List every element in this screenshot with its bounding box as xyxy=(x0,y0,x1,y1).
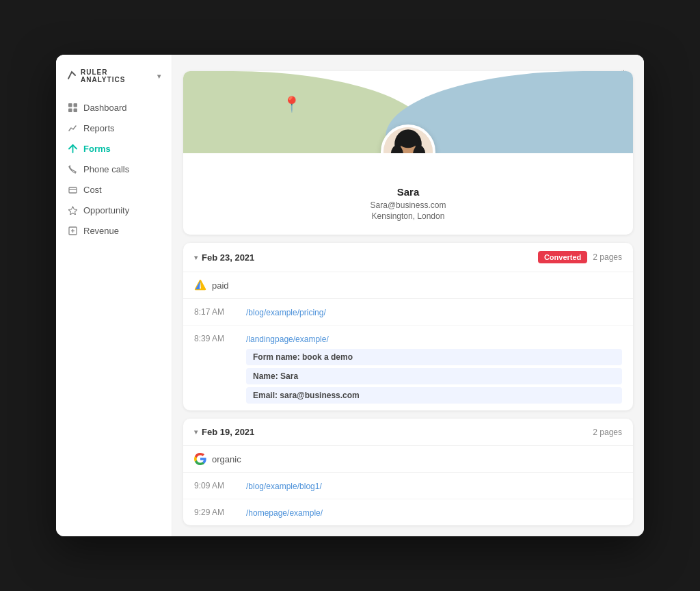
sidebar-item-revenue[interactable]: Revenue xyxy=(56,220,172,241)
session-2-header: ▾ Feb 19, 2021 2 pages xyxy=(183,419,633,446)
row-2-url[interactable]: /landingpage/example/ xyxy=(246,334,329,344)
svg-rect-0 xyxy=(68,103,72,107)
brand-name: RULER ANALYTICS xyxy=(81,68,153,83)
sidebar-label-reports: Reports xyxy=(83,123,115,133)
google-icon xyxy=(194,453,206,465)
row-1-url[interactable]: /blog/example/pricing/ xyxy=(246,308,326,317)
sidebar-item-forms[interactable]: Forms xyxy=(56,138,172,159)
profile-banner: 📍 xyxy=(183,71,633,153)
svg-point-19 xyxy=(397,131,419,148)
row-2-content: /landingpage/example/ Form name: book a … xyxy=(246,332,622,404)
sidebar: RULER ANALYTICS ▾ Dashboard xyxy=(56,55,172,536)
phone-icon xyxy=(67,163,78,174)
converted-badge: Converted xyxy=(538,251,587,263)
session-2-pages: 2 pages xyxy=(593,428,622,437)
session-1-meta: Converted 2 pages xyxy=(538,251,622,263)
form-detail-form-name: Form name: book a demo xyxy=(246,349,622,365)
sidebar-item-opportunity[interactable]: Opportunity xyxy=(56,200,172,220)
main-content: ⚙ 📍 xyxy=(172,55,644,536)
session-2-row-2-url[interactable]: /homepage/example/ xyxy=(246,508,323,518)
profile-email: Sara@business.com xyxy=(194,200,622,210)
row-2-time: 8:39 AM xyxy=(194,332,235,343)
location-pin-icon: 📍 xyxy=(282,96,301,114)
dashboard-icon xyxy=(67,102,78,113)
chevron-down-icon-2[interactable]: ▾ xyxy=(194,428,198,436)
profile-info: Sara Sara@business.com Kensington, Londo… xyxy=(183,153,633,235)
sidebar-label-revenue: Revenue xyxy=(83,226,119,236)
sidebar-item-dashboard[interactable]: Dashboard xyxy=(56,97,172,118)
session-2-date: ▾ Feb 19, 2021 xyxy=(194,427,254,437)
avatar-image xyxy=(383,127,433,153)
session-2-meta: 2 pages xyxy=(593,428,622,437)
session-2-row-1-url[interactable]: /blog/example/blog1/ xyxy=(246,482,322,491)
brand-chevron-icon: ▾ xyxy=(157,73,161,80)
form-details: Form name: book a demo Name: Sara Email:… xyxy=(246,349,622,404)
session-2-row-1-content: /blog/example/blog1/ xyxy=(246,480,622,492)
sidebar-item-cost[interactable]: Cost xyxy=(56,179,172,200)
profile-card: 📍 xyxy=(183,71,633,235)
session-1-row-2: 8:39 AM /landingpage/example/ Form name:… xyxy=(183,326,633,410)
row-1-time: 8:17 AM xyxy=(194,306,235,317)
svg-marker-7 xyxy=(68,207,77,215)
session-1-header: ▾ Feb 23, 2021 Converted 2 pages xyxy=(183,243,633,272)
ads-icon xyxy=(194,279,206,291)
sidebar-label-cost: Cost xyxy=(83,185,102,195)
session-1-source-label: paid xyxy=(212,280,229,291)
profile-name: Sara xyxy=(194,186,622,198)
svg-rect-2 xyxy=(68,108,72,112)
brand-logo[interactable]: RULER ANALYTICS ▾ xyxy=(56,68,172,97)
chevron-down-icon[interactable]: ▾ xyxy=(194,254,198,261)
form-detail-email: Email: sara@business.com xyxy=(246,387,622,404)
session-2-row-2: 9:29 AM /homepage/example/ xyxy=(183,499,633,525)
session-card-2: ▾ Feb 19, 2021 2 pages xyxy=(183,419,633,525)
session-2-row-1: 9:09 AM /blog/example/blog1/ xyxy=(183,473,633,499)
app-window: RULER ANALYTICS ▾ Dashboard xyxy=(56,55,644,536)
reports-icon xyxy=(67,122,78,133)
content-area: 📍 xyxy=(172,55,644,536)
svg-rect-3 xyxy=(73,108,77,112)
session-2-source: organic xyxy=(183,446,633,473)
session-1-row-1: 8:17 AM /blog/example/pricing/ xyxy=(183,299,633,326)
opportunity-icon xyxy=(67,205,78,215)
sidebar-label-phone-calls: Phone calls xyxy=(83,164,129,174)
sidebar-label-opportunity: Opportunity xyxy=(83,205,129,215)
profile-location: Kensington, London xyxy=(194,211,622,221)
sidebar-label-dashboard: Dashboard xyxy=(83,103,127,113)
session-1-source: paid xyxy=(183,272,633,299)
svg-rect-1 xyxy=(73,103,77,107)
forms-icon xyxy=(67,143,78,154)
svg-rect-5 xyxy=(69,187,77,193)
logo-icon xyxy=(67,70,77,82)
session-1-pages: 2 pages xyxy=(593,252,622,262)
main-nav: Dashboard Reports Forms xyxy=(56,97,172,241)
session-2-row-1-time: 9:09 AM xyxy=(194,480,235,490)
sidebar-label-forms: Forms xyxy=(83,144,111,154)
row-1-content: /blog/example/pricing/ xyxy=(246,306,622,318)
session-1-date: ▾ Feb 23, 2021 xyxy=(194,252,254,263)
session-2-row-2-content: /homepage/example/ xyxy=(246,506,622,518)
sidebar-item-reports[interactable]: Reports xyxy=(56,118,172,138)
session-2-row-2-time: 9:29 AM xyxy=(194,506,235,517)
cost-icon xyxy=(67,184,78,195)
revenue-icon xyxy=(67,225,78,236)
session-2-source-label: organic xyxy=(212,454,241,464)
sidebar-item-phone-calls[interactable]: Phone calls xyxy=(56,159,172,179)
form-detail-name: Name: Sara xyxy=(246,368,622,384)
session-card-1: ▾ Feb 23, 2021 Converted 2 pages xyxy=(183,243,633,410)
